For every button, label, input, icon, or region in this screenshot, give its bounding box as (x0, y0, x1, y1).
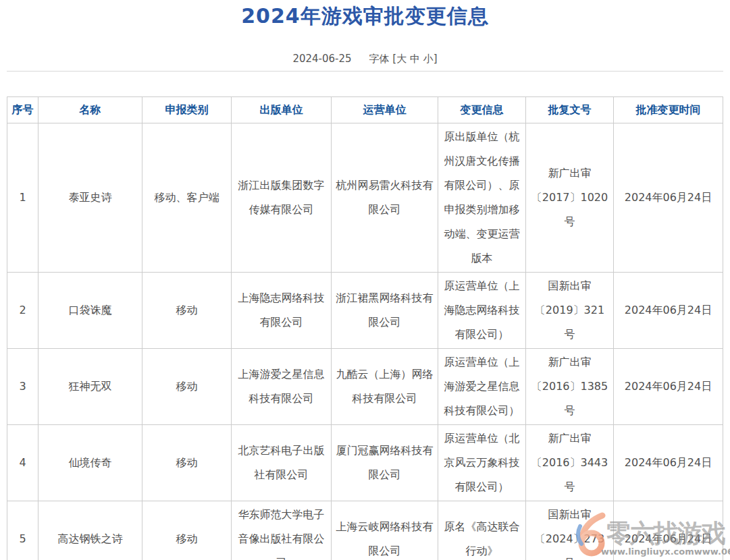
font-size-large[interactable]: 大 (396, 53, 407, 65)
table-body: 1泰亚史诗移动、客户端浙江出版集团数字传媒有限公司杭州网易雷火科技有限公司原出版… (7, 123, 723, 560)
table-cell: 2 (7, 273, 38, 349)
table-row: 5高达钢铁之诗移动华东师范大学电子音像出版社有限公司上海云岐网络科技有限公司原名… (7, 501, 723, 560)
table-cell: 4 (7, 425, 38, 501)
table-cell: 浙江出版集团数字传媒有限公司 (232, 123, 332, 273)
table-header-row: 序号名称申报类别出版单位运营单位变更信息批复文号批准变更时间 (7, 97, 723, 123)
font-size-label: 字体 (369, 53, 390, 65)
table-cell: 移动 (142, 273, 232, 349)
table-cell: 厦门冠赢网络科技有限公司 (332, 425, 438, 501)
column-header: 申报类别 (142, 97, 232, 123)
table-cell: 原运营单位（上海隐志网络科技有限公司） (438, 273, 526, 349)
table-cell: 原运营单位（上海游爱之星信息科技有限公司） (438, 349, 526, 425)
column-header: 名称 (38, 97, 142, 123)
column-header: 序号 (7, 97, 38, 123)
table-cell: 高达钢铁之诗 (38, 501, 142, 560)
table-cell: 原出版单位（杭州汉唐文化传播有限公司）、原申报类别增加移动端、变更运营版本 (438, 123, 526, 273)
meta-line: 2024-06-25字体 [大 中 小] (0, 53, 730, 65)
bracket-close: ] (434, 53, 438, 65)
table-cell: 2024年06月24日 (614, 123, 723, 273)
table-cell: 国新出审〔2024〕273号 (526, 501, 614, 560)
table-cell: 国新出审〔2019〕321号 (526, 273, 614, 349)
column-header: 变更信息 (438, 97, 526, 123)
table-row: 2口袋诛魔移动上海隐志网络科技有限公司浙江裙黑网络科技有限公司原运营单位（上海隐… (7, 273, 723, 349)
approval-change-table: 序号名称申报类别出版单位运营单位变更信息批复文号批准变更时间 1泰亚史诗移动、客… (7, 96, 723, 560)
font-size-medium[interactable]: 中 (410, 53, 420, 65)
table-cell: 3 (7, 349, 38, 425)
table-cell: 2024年06月24日 (614, 273, 723, 349)
table-cell: 移动 (142, 349, 232, 425)
column-header: 出版单位 (232, 97, 332, 123)
table-cell: 原名《高达联合行动》 (438, 501, 526, 560)
column-header: 批复文号 (526, 97, 614, 123)
table-cell: 原运营单位（北京风云万象科技有限公司） (438, 425, 526, 501)
table-cell: 5 (7, 501, 38, 560)
table-cell: 2024年06月24日 (614, 425, 723, 501)
column-header: 批准变更时间 (614, 97, 723, 123)
table-cell: 移动 (142, 425, 232, 501)
table-row: 3狂神无双移动上海游爱之星信息科技有限公司九酷云（上海）网络科技有限公司原运营单… (7, 349, 723, 425)
table-cell: 2024年06月24日 (614, 349, 723, 425)
column-header: 运营单位 (332, 97, 438, 123)
table-cell: 新广出审〔2016〕3443号 (526, 425, 614, 501)
table-cell: 移动 (142, 501, 232, 560)
publish-date: 2024-06-25 (292, 53, 351, 65)
table-cell: 浙江裙黑网络科技有限公司 (332, 273, 438, 349)
table-cell: 九酷云（上海）网络科技有限公司 (332, 349, 438, 425)
page-title: 2024年游戏审批变更信息 (0, 3, 730, 29)
font-size-small[interactable]: 小 (423, 53, 434, 65)
table-cell: 口袋诛魔 (38, 273, 142, 349)
table-cell: 仙境传奇 (38, 425, 142, 501)
table-cell: 杭州网易雷火科技有限公司 (332, 123, 438, 273)
table-cell: 北京艺科电子出版社有限公司 (232, 425, 332, 501)
table-cell: 1 (7, 123, 38, 273)
table-cell: 新广出审〔2017〕1020号 (526, 123, 614, 273)
table-row: 1泰亚史诗移动、客户端浙江出版集团数字传媒有限公司杭州网易雷火科技有限公司原出版… (7, 123, 723, 273)
table-cell: 2024年06月24日 (614, 501, 723, 560)
table-cell: 上海隐志网络科技有限公司 (232, 273, 332, 349)
table-cell: 泰亚史诗 (38, 123, 142, 273)
table-row: 4仙境传奇移动北京艺科电子出版社有限公司厦门冠赢网络科技有限公司原运营单位（北京… (7, 425, 723, 501)
table-cell: 华东师范大学电子音像出版社有限公司 (232, 501, 332, 560)
table-cell: 狂神无双 (38, 349, 142, 425)
table-cell: 新广出审〔2016〕1385号 (526, 349, 614, 425)
table-cell: 移动、客户端 (142, 123, 232, 273)
divider (7, 71, 723, 72)
table-cell: 上海游爱之星信息科技有限公司 (232, 349, 332, 425)
table-cell: 上海云岐网络科技有限公司 (332, 501, 438, 560)
